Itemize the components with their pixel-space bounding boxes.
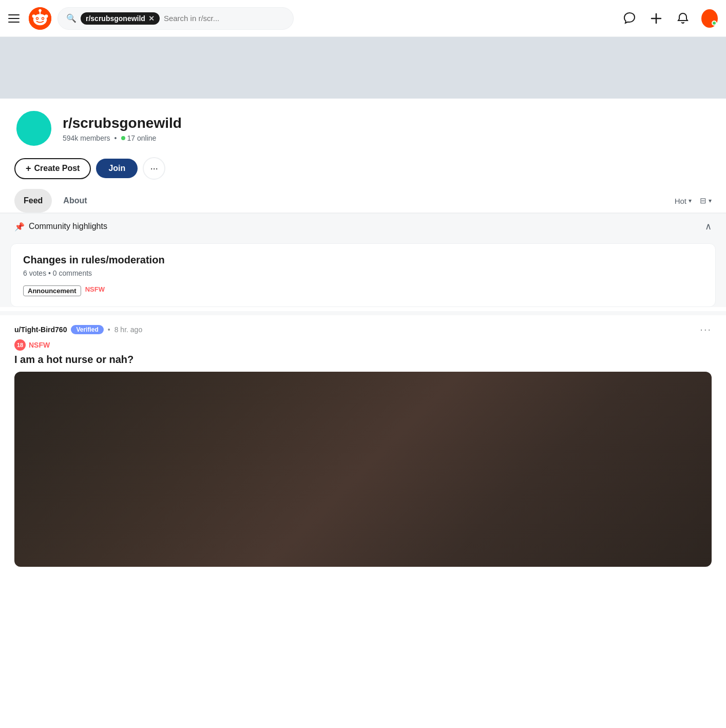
online-dot bbox=[121, 136, 125, 140]
post-time: 8 hr. ago bbox=[114, 325, 143, 334]
sort-button[interactable]: Hot ▾ bbox=[675, 197, 692, 205]
chevron-down-icon: ▾ bbox=[689, 197, 692, 204]
header-right bbox=[621, 10, 718, 27]
verified-badge: Verified bbox=[71, 325, 103, 334]
create-post-button[interactable]: + Create Post bbox=[14, 158, 91, 179]
feed-post-title: I am a hot nurse or nah? bbox=[14, 354, 712, 366]
svg-point-8 bbox=[45, 14, 48, 18]
subreddit-pill-close-icon[interactable]: ✕ bbox=[148, 14, 155, 23]
highlights-title-text: Community highlights bbox=[29, 222, 107, 231]
more-options-button[interactable]: ··· bbox=[143, 157, 165, 180]
post-tags: Announcement NSFW bbox=[23, 285, 703, 296]
pin-icon: 📌 bbox=[14, 222, 25, 232]
layout-icon: ⊟ bbox=[700, 196, 706, 205]
highlight-post-card[interactable]: Changes in rules/moderation 6 votes • 0 … bbox=[10, 243, 716, 307]
search-icon: 🔍 bbox=[66, 13, 77, 23]
online-indicator: 17 online bbox=[121, 134, 157, 142]
create-post-label: Create Post bbox=[34, 164, 80, 173]
svg-point-10 bbox=[39, 9, 42, 12]
separator: • bbox=[48, 269, 53, 277]
chevron-up-icon: ∧ bbox=[705, 221, 712, 232]
reddit-logo[interactable] bbox=[29, 7, 51, 30]
nsfw-age-badge: 18 bbox=[14, 339, 26, 351]
dot-separator: • bbox=[114, 134, 117, 142]
header-left bbox=[8, 7, 51, 30]
member-count: 594k members bbox=[63, 134, 110, 142]
post-username[interactable]: u/Tight-Bird760 bbox=[14, 325, 67, 334]
nsfw-label: 18 NSFW bbox=[14, 339, 712, 351]
svg-point-6 bbox=[42, 17, 44, 19]
highlight-votes: 6 votes bbox=[23, 269, 46, 277]
feed-post-header: u/Tight-Bird760 Verified • 8 hr. ago ··· bbox=[14, 323, 712, 335]
community-name: r/scrubsgonewild bbox=[63, 114, 182, 132]
community-header: r/scrubsgonewild 594k members • 17 onlin… bbox=[0, 99, 726, 180]
community-avatar bbox=[14, 109, 53, 148]
svg-point-5 bbox=[36, 17, 38, 19]
tab-about[interactable]: About bbox=[54, 189, 96, 213]
online-status-dot bbox=[712, 21, 717, 26]
join-button[interactable]: Join bbox=[96, 159, 138, 178]
post-time-separator: • bbox=[108, 325, 110, 334]
svg-point-7 bbox=[32, 14, 36, 18]
highlight-post-meta: 6 votes • 0 comments bbox=[23, 269, 703, 277]
community-info: r/scrubsgonewild 594k members • 17 onlin… bbox=[14, 109, 712, 148]
header: 🔍 r/scrubsgonewild ✕ bbox=[0, 0, 726, 37]
nsfw-text: NSFW bbox=[29, 341, 50, 349]
community-text-block: r/scrubsgonewild 594k members • 17 onlin… bbox=[63, 114, 182, 142]
layout-chevron-icon: ▾ bbox=[709, 197, 712, 204]
highlight-post-title: Changes in rules/moderation bbox=[23, 254, 703, 266]
feed-post-user: u/Tight-Bird760 Verified • 8 hr. ago bbox=[14, 325, 142, 334]
notification-icon[interactable] bbox=[675, 10, 691, 27]
more-dots-icon: ··· bbox=[150, 163, 158, 174]
search-bar[interactable]: 🔍 r/scrubsgonewild ✕ bbox=[58, 7, 294, 30]
chat-icon[interactable] bbox=[621, 10, 638, 27]
tag-nsfw[interactable]: NSFW bbox=[85, 285, 105, 296]
highlights-title: 📌 Community highlights bbox=[14, 222, 107, 232]
subreddit-pill: r/scrubsgonewild ✕ bbox=[81, 12, 160, 25]
hamburger-menu-icon[interactable] bbox=[8, 11, 23, 26]
tab-feed[interactable]: Feed bbox=[14, 189, 52, 213]
community-actions: + Create Post Join ··· bbox=[14, 157, 712, 180]
post-image bbox=[14, 372, 712, 567]
post-more-options-button[interactable]: ··· bbox=[700, 323, 712, 335]
layout-button[interactable]: ⊟ ▾ bbox=[700, 196, 712, 205]
community-stats: 594k members • 17 online bbox=[63, 134, 182, 142]
community-banner bbox=[0, 37, 726, 99]
feed-post: u/Tight-Bird760 Verified • 8 hr. ago ···… bbox=[0, 311, 726, 567]
tabs-right: Hot ▾ ⊟ ▾ bbox=[675, 196, 712, 205]
plus-icon: + bbox=[26, 163, 31, 174]
add-icon[interactable] bbox=[648, 10, 664, 27]
online-count: 17 online bbox=[127, 134, 157, 142]
sort-label: Hot bbox=[675, 197, 686, 205]
highlight-comments: 0 comments bbox=[53, 269, 92, 277]
search-input[interactable] bbox=[164, 14, 285, 23]
highlights-section: 📌 Community highlights ∧ Changes in rule… bbox=[0, 213, 726, 307]
highlights-header[interactable]: 📌 Community highlights ∧ bbox=[0, 214, 726, 239]
tag-announcement: Announcement bbox=[23, 285, 81, 296]
avatar-container[interactable] bbox=[701, 10, 718, 27]
tabs-bar: Feed About Hot ▾ ⊟ ▾ bbox=[0, 189, 726, 213]
subreddit-pill-text: r/scrubsgonewild bbox=[86, 14, 145, 23]
